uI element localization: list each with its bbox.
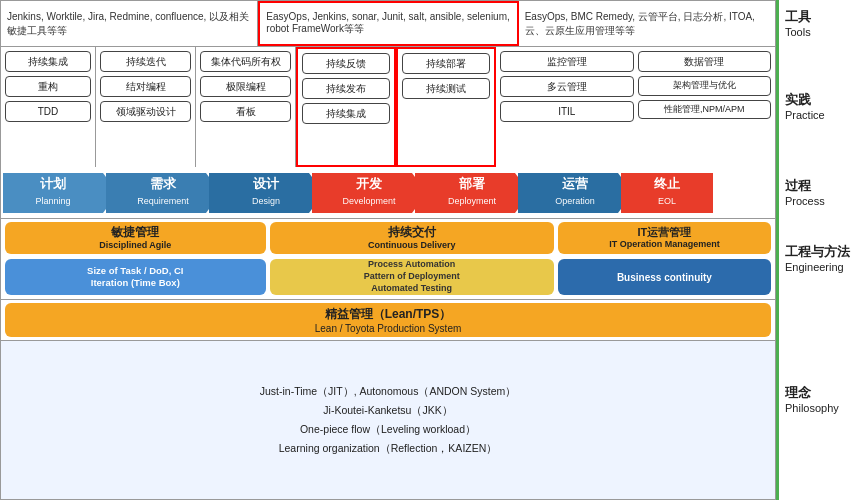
eng-agile-band: 敏捷管理 Disciplined Agile	[5, 222, 266, 254]
principle-line-4: Learning organization（Reflection，KAIZEN）	[260, 439, 517, 458]
engineering-row: 敏捷管理 Disciplined Agile 持续交付 Continuous D…	[1, 219, 775, 300]
principles-text: Just-in-Time（JIT）, Autonomous（ANDON Syst…	[260, 382, 517, 458]
label-process-zh: 过程	[785, 177, 811, 195]
practice-col-4: 持续反馈 持续发布 持续集成	[296, 47, 396, 167]
eng-agile-zh: 敏捷管理	[111, 225, 159, 239]
lean-band: 精益管理（Lean/TPS） Lean / Toyota Production …	[5, 303, 771, 337]
practice-col-6a: 监控管理 多云管理 ITIL	[500, 51, 634, 163]
eng-box-left-text: Size of Task / DoD, CI Iteration (Time B…	[87, 265, 183, 290]
svg-text:EOL: EOL	[658, 196, 676, 206]
eng-cd-en: Continuous Delivery	[368, 240, 456, 251]
eng-top-bands: 敏捷管理 Disciplined Agile 持续交付 Continuous D…	[1, 219, 775, 257]
practice-box: 领域驱动设计	[100, 101, 191, 122]
tool-text-1: Jenkins, Worktile, Jira, Redmine, conflu…	[7, 10, 251, 38]
philosophy-row: 精益管理（Lean/TPS） Lean / Toyota Production …	[1, 300, 775, 341]
practice-box: TDD	[5, 101, 91, 122]
label-practice-en: Practice	[785, 109, 825, 121]
eng-box-right-text: Business continuity	[617, 271, 712, 284]
eng-cd-zh: 持续交付	[388, 225, 436, 239]
lean-zh: 精益管理（Lean/TPS）	[325, 306, 452, 323]
svg-text:Design: Design	[252, 196, 280, 206]
label-tools: 工具 Tools	[785, 0, 852, 46]
svg-text:Requirement: Requirement	[137, 196, 189, 206]
practice-row: 持续集成 重构 TDD 持续迭代 结对编程 领域驱动设计 集体代码所有权 极限编…	[1, 47, 775, 167]
tool-cell-2: EasyOps, Jenkins, sonar, Junit, salt, an…	[258, 1, 518, 46]
label-philosophy: 理念 Philosophy	[785, 298, 852, 500]
practice-col-3: 集体代码所有权 极限编程 看板	[196, 47, 296, 167]
tool-text-3: EasyOps, BMC Remedy, 云管平台, 日志分析, ITOA, 云…	[525, 10, 769, 38]
process-arrows: 计划 Planning 需求 Requirement 设计 Design 开发 …	[3, 171, 773, 215]
practice-box: 性能管理,NPM/APM	[638, 100, 772, 120]
principle-line-3: One-piece flow（Leveling workload）	[260, 420, 517, 439]
label-engineering-en: Engineering	[785, 261, 844, 273]
principles-row: Just-in-Time（JIT）, Autonomous（ANDON Syst…	[1, 341, 775, 499]
eng-agile-en: Disciplined Agile	[99, 240, 171, 251]
practice-box: 持续迭代	[100, 51, 191, 72]
practice-box: ITIL	[500, 101, 634, 122]
eng-itops-band: IT运营管理 IT Operation Management	[558, 222, 771, 254]
principle-line-2: Ji-Koutei-Kanketsu（JKK）	[260, 401, 517, 420]
svg-text:Deployment: Deployment	[448, 196, 497, 206]
svg-text:Planning: Planning	[35, 196, 70, 206]
tool-cell-3: EasyOps, BMC Remedy, 云管平台, 日志分析, ITOA, 云…	[519, 1, 775, 46]
eng-cd-band: 持续交付 Continuous Delivery	[270, 222, 554, 254]
eng-box-middle: Process Automation Pattern of Deployment…	[270, 259, 554, 295]
svg-text:需求: 需求	[150, 176, 177, 191]
practice-box: 监控管理	[500, 51, 634, 72]
lean-en: Lean / Toyota Production System	[315, 323, 462, 334]
right-labels: 工具 Tools 实践 Practice 过程 Process 工程与方法 En…	[776, 0, 852, 500]
practice-box: 重构	[5, 76, 91, 97]
svg-text:运营: 运营	[562, 176, 589, 191]
eng-itops-en: IT Operation Management	[609, 239, 720, 250]
eng-bottom-boxes: Size of Task / DoD, CI Iteration (Time B…	[1, 257, 775, 299]
svg-text:Operation: Operation	[555, 196, 595, 206]
label-practice: 实践 Practice	[785, 46, 852, 166]
eng-itops-zh: IT运营管理	[638, 226, 692, 239]
label-process-en: Process	[785, 195, 825, 207]
main-container: Jenkins, Worktile, Jira, Redmine, conflu…	[0, 0, 852, 500]
tools-row: Jenkins, Worktile, Jira, Redmine, conflu…	[1, 1, 775, 47]
practice-box: 持续发布	[302, 78, 390, 99]
eng-box-left: Size of Task / DoD, CI Iteration (Time B…	[5, 259, 266, 295]
practice-box: 集体代码所有权	[200, 51, 291, 72]
practice-box: 结对编程	[100, 76, 191, 97]
label-process: 过程 Process	[785, 166, 852, 218]
practice-box: 极限编程	[200, 76, 291, 97]
process-row: 计划 Planning 需求 Requirement 设计 Design 开发 …	[1, 167, 775, 219]
label-philosophy-en: Philosophy	[785, 402, 839, 414]
label-engineering-zh: 工程与方法	[785, 243, 850, 261]
practice-col-6: 监控管理 多云管理 ITIL 数据管理 架构管理与优化 性能管理,NPM/APM	[496, 47, 775, 167]
practice-box: 持续集成	[5, 51, 91, 72]
eng-box-right: Business continuity	[558, 259, 771, 295]
svg-text:开发: 开发	[355, 176, 382, 191]
tool-cell-1: Jenkins, Worktile, Jira, Redmine, conflu…	[1, 1, 258, 46]
content-area: Jenkins, Worktile, Jira, Redmine, conflu…	[0, 0, 776, 500]
practice-col-6b: 数据管理 架构管理与优化 性能管理,NPM/APM	[638, 51, 772, 163]
svg-text:终止: 终止	[653, 176, 681, 191]
label-tools-en: Tools	[785, 26, 811, 38]
label-philosophy-zh: 理念	[785, 384, 811, 402]
practice-col-5: 持续部署 持续测试	[396, 47, 496, 167]
eng-box-middle-text: Process Automation Pattern of Deployment…	[364, 259, 460, 294]
practice-box: 持续测试	[402, 78, 490, 99]
label-tools-zh: 工具	[785, 8, 811, 26]
practice-col-1: 持续集成 重构 TDD	[1, 47, 96, 167]
practice-box: 持续集成	[302, 103, 390, 124]
practice-box: 持续部署	[402, 53, 490, 74]
label-practice-zh: 实践	[785, 91, 811, 109]
label-engineering: 工程与方法 Engineering	[785, 218, 852, 298]
practice-col-2: 持续迭代 结对编程 领域驱动设计	[96, 47, 196, 167]
tool-text-2: EasyOps, Jenkins, sonar, Junit, salt, an…	[266, 11, 510, 36]
svg-text:设计: 设计	[253, 176, 280, 191]
svg-text:计划: 计划	[40, 176, 66, 191]
practice-box: 持续反馈	[302, 53, 390, 74]
svg-text:部署: 部署	[459, 176, 485, 191]
practice-box: 数据管理	[638, 51, 772, 72]
practice-box: 架构管理与优化	[638, 76, 772, 96]
practice-box: 看板	[200, 101, 291, 122]
svg-text:Development: Development	[342, 196, 396, 206]
practice-box: 多云管理	[500, 76, 634, 97]
principle-line-1: Just-in-Time（JIT）, Autonomous（ANDON Syst…	[260, 382, 517, 401]
